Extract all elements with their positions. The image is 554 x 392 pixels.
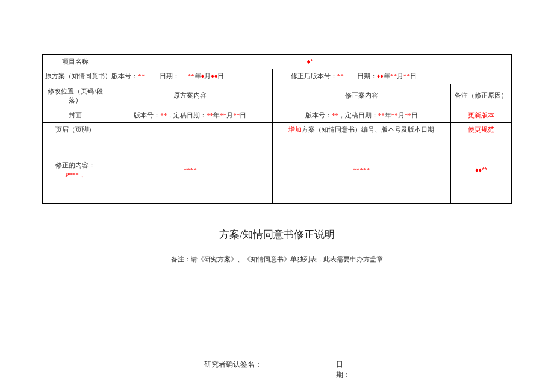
cell-hf-orig — [108, 122, 273, 137]
orig-year-val: ** — [188, 72, 195, 79]
rev-day-val: ** — [403, 72, 410, 79]
label-project-name: 项目名称 — [43, 55, 108, 69]
cell-rev-version: 修正后版本号：** 日期：♦♦年**月**日 — [272, 69, 511, 84]
rev-month-val: ** — [390, 72, 397, 79]
cell-content-rev: ***** — [272, 137, 450, 204]
txt-month2: 月 — [397, 72, 403, 79]
signature-label: 研究者确认签名： — [204, 359, 262, 370]
t8: ** — [233, 111, 240, 119]
txt-day2: 日 — [410, 72, 417, 79]
t3: ，定稿日期： — [167, 111, 207, 119]
diamond-star-icon: ♦* — [307, 58, 313, 65]
cell-cover-note: 更新版本 — [450, 108, 511, 122]
orig-version-val: ** — [138, 72, 145, 79]
date-line1: 日 — [336, 360, 343, 369]
txt-year: 年 — [195, 72, 201, 79]
page-note: 备注：请《研究方案》、《知情同意书》单独列表，此表需要申办方盖章 — [42, 255, 512, 264]
label-orig-date: 日期： — [160, 72, 179, 79]
hdr-remark: 备注（修正原因） — [450, 84, 511, 108]
cell-content-loc: 修正的内容： P***， — [43, 137, 108, 204]
content-page: P*** — [65, 171, 79, 178]
u5: 年 — [385, 111, 391, 119]
row-cover: 封面 版本号：**，定稿日期：**年**月**日 版本号：**，定稿日期：**年… — [43, 108, 512, 122]
cell-cover-loc: 封面 — [43, 108, 108, 122]
hdr-revised: 修正案内容 — [272, 84, 450, 108]
cell-orig-version: 原方案（知情同意书）版本号：** 日期： **年♦月♦♦日 — [43, 69, 273, 84]
hf-add: 增加 — [288, 126, 302, 133]
u1: 版本号： — [305, 111, 332, 119]
t1: 版本号： — [134, 111, 160, 119]
t5: 年 — [213, 111, 220, 119]
cell-cover-orig: 版本号：**，定稿日期：**年**月**日 — [108, 108, 273, 122]
cell-content-note: ♦♦** — [450, 137, 511, 204]
page-title: 方案/知情同意书修正说明 — [42, 228, 512, 241]
hdr-location: 修改位置（页码/段落） — [43, 84, 108, 108]
hf-rest: 方案（知情同意书）编号、版本号及版本日期 — [302, 126, 434, 133]
row-project-name: 项目名称 ♦* — [43, 55, 512, 69]
txt-month: 月 — [204, 72, 211, 79]
row-content: 修正的内容： P***， **** ***** ♦♦** — [43, 137, 512, 204]
t6: ** — [220, 111, 226, 119]
t7: 月 — [226, 111, 233, 119]
label-rev-version: 修正后版本号： — [291, 72, 337, 79]
row-header-footer: 页眉（页脚） 增加方案（知情同意书）编号、版本号及版本日期 使更规范 — [43, 122, 512, 137]
row-headers: 修改位置（页码/段落） 原方案内容 修正案内容 备注（修正原因） — [43, 84, 512, 108]
cell-hf-loc: 页眉（页脚） — [43, 122, 108, 137]
diamond-note-icon: ♦♦** — [475, 166, 487, 173]
date-line2: 期： — [336, 370, 350, 379]
u6: ** — [391, 111, 398, 119]
u9: 日 — [411, 111, 418, 119]
t9: 日 — [240, 111, 246, 119]
cell-hf-rev: 增加方案（知情同意书）编号、版本号及版本日期 — [272, 122, 450, 137]
u3: ，定稿日期： — [338, 111, 378, 119]
value-project-name: ♦* — [108, 55, 512, 69]
document-page: 项目名称 ♦* 原方案（知情同意书）版本号：** 日期： **年♦月♦♦日 修正… — [0, 0, 554, 264]
txt-year2: 年 — [384, 72, 390, 79]
diamond-icon-2: ♦♦ — [211, 72, 217, 79]
content-label: 修正的内容： — [55, 161, 95, 169]
label-rev-date: 日期： — [357, 72, 377, 79]
content-comma: ， — [79, 171, 86, 178]
u4: ** — [378, 111, 385, 119]
u2: ** — [332, 111, 338, 119]
t2: ** — [160, 111, 167, 119]
t4: ** — [207, 111, 213, 119]
u7: 月 — [398, 111, 405, 119]
rev-version-val: ** — [337, 72, 344, 79]
cell-content-orig: **** — [108, 137, 273, 204]
footer: 研究者确认签名： 日 期： — [0, 359, 554, 380]
revision-table: 项目名称 ♦* 原方案（知情同意书）版本号：** 日期： **年♦月♦♦日 修正… — [42, 54, 512, 204]
row-versions: 原方案（知情同意书）版本号：** 日期： **年♦月♦♦日 修正后版本号：** … — [43, 69, 512, 84]
diamond-icon-3: ♦♦ — [377, 72, 384, 79]
cell-hf-note: 使更规范 — [450, 122, 511, 137]
txt-day: 日 — [217, 72, 224, 79]
cell-cover-rev: 版本号：**，定稿日期：**年**月**日 — [272, 108, 450, 122]
u8: ** — [405, 111, 411, 119]
label-orig-version: 原方案（知情同意书）版本号： — [45, 72, 138, 79]
hdr-original: 原方案内容 — [108, 84, 273, 108]
date-label: 日 期： — [336, 359, 350, 380]
